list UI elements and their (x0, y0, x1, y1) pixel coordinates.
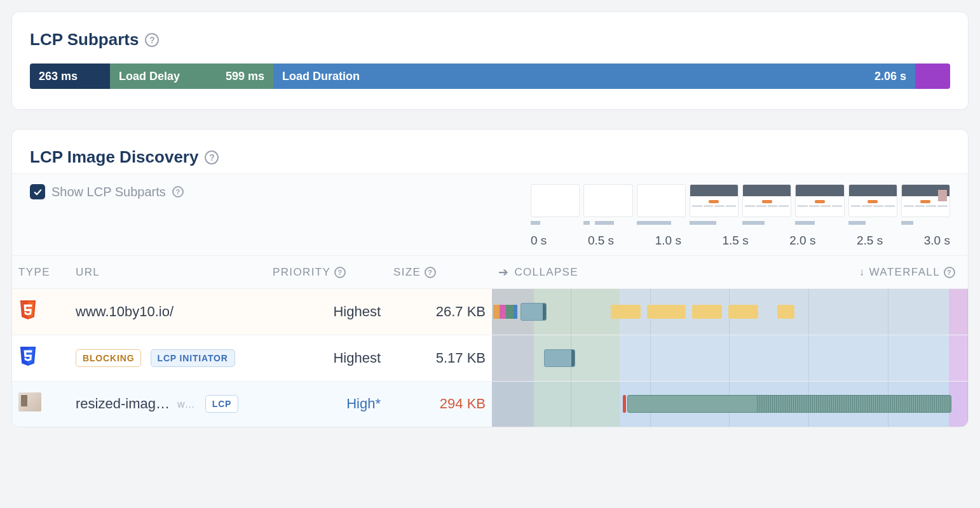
filmstrip-frame[interactable] (742, 184, 791, 217)
cell-priority: Highest (266, 289, 387, 335)
html5-icon (18, 299, 37, 321)
subpart-duration-label: Load Duration (282, 70, 360, 83)
badge-lcp[interactable]: LCP (205, 395, 239, 413)
lcp-discovery-title: LCP Image Discovery (30, 147, 198, 167)
col-size[interactable]: SIZE? (387, 256, 492, 289)
collapse-label-text: COLLAPSE (514, 266, 578, 279)
table-header-row: TYPE URL PRIORITY? SIZE? ➔COLLAPSE ↓WATE… (12, 256, 968, 289)
cell-url: www.10by10.io/ (69, 289, 266, 335)
help-icon[interactable]: ? (944, 267, 955, 278)
cell-waterfall[interactable] (492, 335, 968, 381)
table-row[interactable]: resized-imag… w… LCP High* 294 KB (12, 381, 968, 427)
filmstrip-frame[interactable] (583, 184, 632, 217)
cell-size: 5.17 KB (387, 335, 492, 381)
tick-label: 1.5 s (722, 234, 748, 248)
arrow-right-icon: ➔ (498, 265, 509, 279)
badge-lcp-initiator[interactable]: LCP INITIATOR (151, 349, 235, 367)
css3-icon (18, 345, 37, 367)
collapse-toggle[interactable]: ➔COLLAPSE (498, 265, 578, 279)
cell-size: 26.7 KB (387, 289, 492, 335)
url-text: www.10by10.io/ (76, 304, 174, 319)
subpart-ttfb-segment[interactable]: 263 ms (30, 64, 110, 89)
request-table: TYPE URL PRIORITY? SIZE? ➔COLLAPSE ↓WATE… (12, 255, 968, 427)
help-icon[interactable]: ? (205, 150, 219, 164)
help-icon[interactable]: ? (334, 267, 346, 278)
cell-type (12, 381, 69, 427)
subpart-load-duration-segment[interactable]: Load Duration 2.06 s (273, 64, 915, 89)
url-host: w… (177, 399, 195, 410)
subpart-delay-label: Load Delay (119, 70, 180, 83)
waterfall-pre-markers (493, 305, 517, 319)
col-priority[interactable]: PRIORITY? (266, 256, 387, 289)
arrow-down-icon: ↓ (859, 266, 866, 279)
badge-blocking[interactable]: BLOCKING (76, 349, 141, 367)
col-waterfall[interactable]: ➔COLLAPSE ↓WATERFALL? (492, 256, 968, 289)
show-subparts-label: Show LCP Subparts (51, 185, 166, 199)
col-url[interactable]: URL (69, 256, 266, 289)
col-priority-label: PRIORITY (273, 266, 330, 279)
col-size-label: SIZE (393, 266, 421, 279)
timeline-ticks: 0 s 0.5 s 1.0 s 1.5 s 2.0 s 2.5 s 3.0 s (531, 234, 950, 255)
discovery-controls-row: Show LCP Subparts ? (12, 173, 968, 255)
cell-size: 294 KB (387, 381, 492, 427)
subpart-duration-value: 2.06 s (875, 70, 906, 83)
tick-label: 2.0 s (789, 234, 815, 248)
waterfall-start-marker (623, 395, 626, 413)
table-row[interactable]: www.10by10.io/ Highest 26.7 KB (12, 289, 968, 335)
show-subparts-toggle[interactable]: Show LCP Subparts ? (30, 184, 184, 199)
cell-type (12, 289, 69, 335)
cell-url: resized-imag… w… LCP (69, 381, 266, 427)
lcp-image-discovery-card: LCP Image Discovery ? Show LCP Subparts … (11, 129, 969, 427)
filmstrip-activity-bars (531, 221, 950, 225)
filmstrip-frame[interactable] (531, 184, 580, 217)
subpart-ttfb-value: 263 ms (39, 70, 78, 83)
image-thumbnail-icon (18, 392, 41, 411)
subpart-render-delay-segment[interactable] (915, 64, 950, 89)
waterfall-tasks (611, 305, 825, 319)
lcp-discovery-title-row: LCP Image Discovery ? (30, 147, 950, 167)
cell-type (12, 335, 69, 381)
filmstrip-frame[interactable] (690, 184, 738, 217)
cell-url: BLOCKING LCP INITIATOR (69, 335, 266, 381)
filmstrip[interactable] (531, 184, 950, 217)
cell-waterfall[interactable] (492, 381, 968, 427)
waterfall-bar[interactable] (544, 349, 575, 367)
filmstrip-timeline: 0 s 0.5 s 1.0 s 1.5 s 2.0 s 2.5 s 3.0 s (531, 184, 950, 255)
col-waterfall-label: WATERFALL (869, 266, 940, 279)
tick-label: 3.0 s (924, 234, 950, 248)
col-type[interactable]: TYPE (12, 256, 69, 289)
filmstrip-frame[interactable] (848, 184, 897, 217)
subpart-delay-value: 599 ms (226, 70, 264, 83)
subpart-load-delay-segment[interactable]: Load Delay 599 ms (110, 64, 273, 89)
help-icon[interactable]: ? (425, 267, 436, 278)
cell-priority: Highest (266, 335, 387, 381)
table-row[interactable]: BLOCKING LCP INITIATOR Highest 5.17 KB (12, 335, 968, 381)
waterfall-bar[interactable] (627, 395, 951, 413)
checkbox-checked-icon (30, 184, 45, 199)
tick-label: 0.5 s (588, 234, 614, 248)
url-text: resized-imag… (76, 396, 170, 412)
cell-priority[interactable]: High* (266, 381, 387, 427)
lcp-subparts-card: LCP Subparts ? 263 ms Load Delay 599 ms … (11, 11, 969, 110)
lcp-subparts-title-row: LCP Subparts ? (30, 30, 950, 50)
filmstrip-frame[interactable] (901, 184, 950, 217)
cell-waterfall[interactable] (492, 289, 968, 335)
tick-label: 2.5 s (857, 234, 883, 248)
tick-label: 1.0 s (655, 234, 681, 248)
help-icon[interactable]: ? (172, 186, 184, 197)
filmstrip-frame[interactable] (637, 184, 686, 217)
lcp-subparts-title: LCP Subparts (30, 30, 139, 50)
filmstrip-frame[interactable] (795, 184, 844, 217)
help-icon[interactable]: ? (145, 33, 159, 47)
waterfall-bar[interactable] (521, 303, 547, 321)
tick-label: 0 s (531, 234, 547, 248)
lcp-subparts-bar: 263 ms Load Delay 599 ms Load Duration 2… (30, 64, 950, 89)
